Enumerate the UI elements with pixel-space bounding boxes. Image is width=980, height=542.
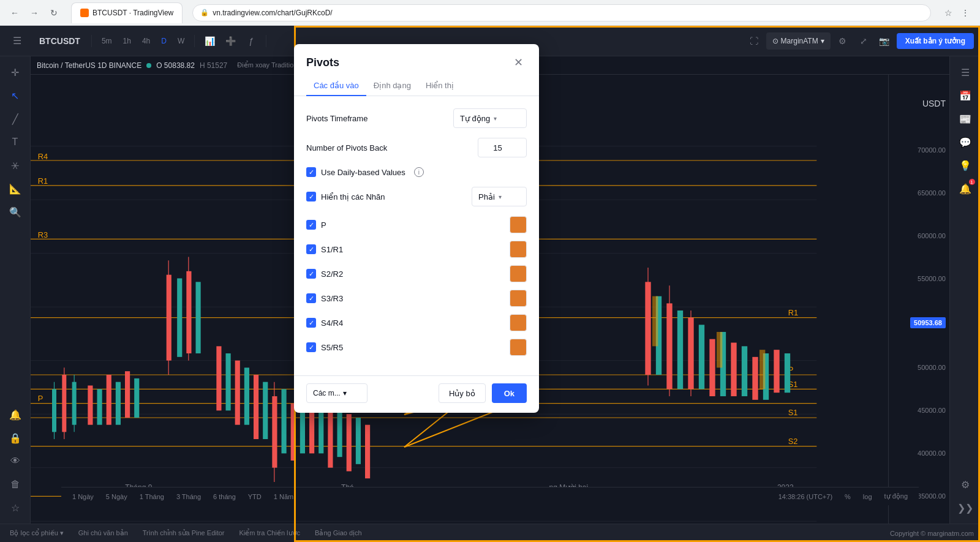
svg-rect-61	[347, 414, 352, 471]
timeframe-4h[interactable]: 4h	[138, 34, 154, 48]
price-35000: 35000.00	[918, 492, 946, 500]
checkbox-s3r3[interactable]: ✓	[306, 293, 316, 303]
news-icon[interactable]: 📰	[954, 108, 976, 130]
checkbox-s4r4[interactable]: ✓	[306, 318, 316, 328]
divider-2	[194, 35, 195, 47]
watchlist-icon[interactable]: ☰	[954, 61, 976, 83]
tf-3month[interactable]: 3 Tháng	[172, 492, 206, 502]
use-daily-checkbox[interactable]: ✓	[306, 167, 316, 177]
info-icon[interactable]: i	[414, 167, 424, 177]
tf-6month[interactable]: 6 tháng	[208, 492, 241, 502]
zoom-icon[interactable]: 🔍	[4, 201, 26, 223]
camera-icon[interactable]: 📷	[876, 32, 893, 50]
timeframe-bar: 1 Ngày 5 Ngày 1 Tháng 3 Tháng 6 tháng YT…	[61, 487, 919, 505]
number-of-pivots-input[interactable]	[478, 138, 527, 157]
display-labels-dropdown[interactable]: Phải ▾	[472, 187, 527, 206]
color-swatch-s1r1[interactable]	[510, 241, 527, 258]
checkbox-s1r1[interactable]: ✓	[306, 244, 316, 254]
trading-panel-btn[interactable]: Bảng Giao dịch	[311, 528, 366, 538]
crosshair-icon[interactable]: ✛	[4, 61, 26, 83]
margin-atm-btn[interactable]: ⊙ MarginATM ▾	[766, 32, 830, 50]
eye-icon[interactable]: 👁	[4, 450, 26, 472]
svg-text:S1: S1	[788, 408, 798, 417]
ideas-icon[interactable]: 💡	[954, 154, 976, 176]
checkbox-s5r5[interactable]: ✓	[306, 342, 316, 352]
line-tool-icon[interactable]: ╱	[4, 108, 26, 130]
display-labels-checkbox[interactable]: ✓	[306, 192, 316, 201]
pivots-timeframe-dropdown[interactable]: Tự động ▾	[453, 108, 527, 128]
alerts-icon[interactable]: 🔔	[4, 404, 26, 426]
tf-ytd[interactable]: YTD	[243, 492, 266, 502]
text-notes-btn[interactable]: Ghi chú văn bản	[75, 528, 132, 538]
left-sidebar: ✛ ↖ ╱ T ⚹ 📐 🔍 🔔 🔒 👁 🗑 ☆	[0, 56, 31, 524]
pivots-modal: Pivots ✕ Các đầu vào Định dạng Hiển thị …	[294, 44, 539, 413]
color-swatch-s3r3[interactable]	[510, 290, 527, 307]
pct-btn[interactable]: %	[840, 492, 856, 502]
tab-format[interactable]: Định dạng	[366, 76, 418, 96]
dropdown-arrow-1: ▾	[494, 115, 497, 122]
timeframe-1h[interactable]: 1h	[119, 34, 135, 48]
address-bar[interactable]: 🔒 vn.tradingview.com/chart/GujRKcoD/	[192, 4, 931, 21]
divider-1	[91, 35, 92, 47]
tf-1day[interactable]: 1 Ngày	[67, 492, 99, 502]
chat-icon[interactable]: 💬	[954, 131, 976, 153]
price-70000: 70000.00	[918, 146, 946, 154]
bookmark-icon[interactable]: ☆	[941, 6, 956, 20]
menu-icon[interactable]: ☰	[6, 30, 28, 52]
color-swatch-s2r2[interactable]	[510, 265, 527, 282]
label-s5r5: S5/R5	[321, 343, 510, 352]
tab-inputs[interactable]: Các đầu vào	[306, 76, 366, 96]
refresh-button[interactable]: ↻	[47, 6, 61, 20]
settings-sidebar-icon[interactable]: ⚙	[954, 473, 976, 495]
timeframe-5m[interactable]: 5m	[98, 34, 116, 48]
formula-icon[interactable]: ƒ	[243, 32, 260, 50]
strategy-test-btn[interactable]: Kiểm tra Chiến lược	[236, 528, 304, 538]
cursor-icon[interactable]: ↖	[4, 85, 26, 107]
tab-display[interactable]: Hiển thị	[418, 76, 461, 96]
active-tab[interactable]: BTCUSDT · TradingView	[71, 2, 183, 23]
tf-5day[interactable]: 5 Ngày	[101, 492, 132, 502]
color-swatch-p[interactable]	[510, 216, 527, 233]
symbol-selector[interactable]: BTCUSDT	[34, 34, 85, 48]
margin-atm-arrow: ▾	[821, 37, 824, 45]
pine-editor-btn[interactable]: Trình chỉnh sửa Pine Editor	[139, 528, 228, 538]
auto-btn[interactable]: tự động	[880, 491, 913, 502]
trash-icon[interactable]: 🗑	[4, 473, 26, 495]
forward-button[interactable]: →	[27, 6, 42, 20]
tf-1year[interactable]: 1 Năm	[269, 492, 298, 502]
ok-button[interactable]: Ok	[492, 383, 527, 403]
lock-chart-icon[interactable]: 🔒	[4, 427, 26, 449]
timeframe-d[interactable]: D	[157, 34, 170, 48]
svg-rect-54	[282, 389, 287, 453]
log-btn[interactable]: log	[858, 492, 877, 502]
checkbox-s2r2[interactable]: ✓	[306, 269, 316, 279]
number-of-pivots-label: Number of Pivots Back	[306, 143, 478, 152]
chevron-icon[interactable]: ❯❯	[954, 497, 976, 519]
modal-close-button[interactable]: ✕	[510, 54, 527, 71]
favorites-icon[interactable]: ☆	[4, 497, 26, 519]
checkbox-p[interactable]: ✓	[306, 220, 316, 230]
measure-icon[interactable]: 📐	[4, 178, 26, 200]
stock-filter-btn[interactable]: Bộ lọc cổ phiếu ▾	[6, 528, 67, 538]
timeframe-w[interactable]: W	[174, 34, 188, 48]
text-tool-icon[interactable]: T	[4, 131, 26, 153]
svg-rect-83	[760, 350, 765, 389]
pattern-tool-icon[interactable]: ⚹	[4, 154, 26, 176]
defaults-dropdown[interactable]: Các m... ▾	[306, 383, 368, 403]
notifications-icon[interactable]: 🔔 1	[954, 178, 976, 200]
color-swatch-s5r5[interactable]	[510, 339, 527, 356]
add-icon[interactable]: ➕	[222, 32, 239, 50]
expand-icon[interactable]: ⤢	[855, 32, 872, 50]
back-button[interactable]: ←	[7, 6, 22, 20]
tf-1month[interactable]: 1 Tháng	[135, 492, 169, 502]
margin-atm-label: ⊙ MarginATM	[772, 37, 818, 45]
settings-gear-icon[interactable]: ⚙	[834, 32, 851, 50]
calendar-icon[interactable]: 📅	[954, 85, 976, 107]
indicator-icon[interactable]: 📊	[201, 32, 218, 50]
publish-button[interactable]: Xuất bản ý tưởng	[897, 33, 974, 49]
pivots-timeframe-label: Pivots Timeframe	[306, 114, 453, 123]
cancel-button[interactable]: Hủy bỏ	[439, 383, 486, 403]
color-swatch-s4r4[interactable]	[510, 314, 527, 331]
fullscreen-toggle[interactable]: ⛶	[745, 32, 763, 50]
settings-icon[interactable]: ⋮	[958, 6, 973, 20]
